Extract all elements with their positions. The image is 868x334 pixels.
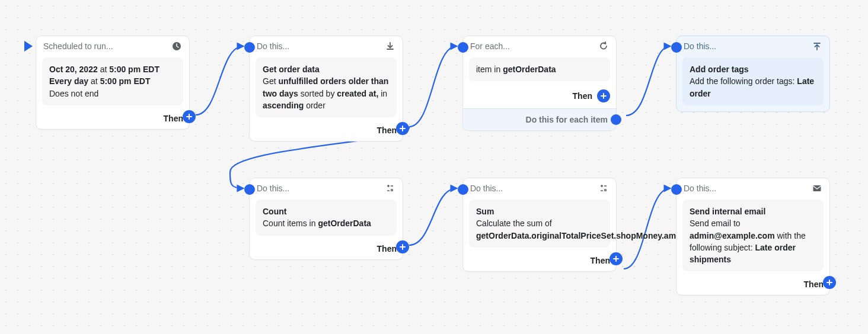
import-icon (812, 41, 822, 52)
count-card[interactable]: Do this... Count Count items in getOrder… (249, 178, 403, 260)
add-step-button[interactable] (396, 240, 409, 253)
add-order-tags-card[interactable]: Do this... Add order tags Add the follow… (676, 36, 830, 112)
download-icon (385, 41, 395, 52)
add-step-button[interactable] (823, 276, 836, 289)
add-step-button[interactable] (396, 122, 409, 135)
then-label: Then (591, 256, 610, 265)
then-label: Then (573, 91, 592, 101)
add-step-button[interactable] (183, 110, 196, 123)
get-order-data-card[interactable]: Do this... Get order data Get unfulfille… (249, 36, 403, 142)
sum-body: Sum Calculate the sum of getOrderData.or… (469, 200, 610, 248)
node-connector-dot (244, 184, 255, 195)
then-label: Then (377, 126, 397, 135)
card-header-label: Do this... (684, 41, 807, 51)
sum-card[interactable]: Do this... Sum Calculate the sum of getO… (462, 178, 617, 272)
then-label: Then (164, 114, 183, 123)
card-header-label: Scheduled to run... (43, 41, 167, 51)
mail-icon (812, 183, 822, 194)
then-label: Then (377, 244, 397, 253)
for-each-body: item in getOrderData (469, 57, 610, 81)
add-step-button[interactable] (609, 252, 623, 265)
clock-icon (171, 41, 182, 52)
card-header-label: Do this... (257, 184, 380, 193)
calculator-icon (598, 183, 609, 194)
send-email-body: Send internal email Send email to admin@… (682, 200, 824, 271)
calculator-icon (385, 183, 395, 194)
loop-icon (598, 41, 609, 52)
node-connector-dot (671, 42, 682, 53)
node-connector-dot (671, 184, 682, 195)
node-connector-dot (244, 42, 255, 53)
then-label: Then (804, 280, 824, 289)
foreach-footer-label: Do this for each item (526, 115, 608, 124)
schedule-body: Oct 20, 2022 at 5:00 pm EDT Every day at… (42, 57, 183, 105)
node-connector-dot (458, 184, 468, 195)
node-connector-dot (611, 114, 621, 125)
svg-rect-1 (813, 185, 821, 191)
card-header-label: Do this... (684, 184, 807, 193)
add-order-tags-body: Add order tags Add the following order t… (682, 57, 824, 105)
send-email-card[interactable]: Do this... Send internal email Send emai… (676, 178, 830, 296)
schedule-card[interactable]: Scheduled to run... Oct 20, 2022 at 5:00… (36, 36, 190, 130)
card-header-label: Do this... (470, 184, 593, 193)
card-header-label: Do this... (257, 41, 380, 51)
play-icon (24, 41, 33, 52)
foreach-footer[interactable]: Do this for each item (463, 108, 616, 130)
count-body: Count Count items in getOrderData (256, 200, 397, 236)
add-step-button[interactable] (597, 89, 610, 102)
for-each-card[interactable]: For each... item in getOrderData Then Do… (462, 36, 617, 131)
get-order-data-body: Get order data Get unfulfilled orders ol… (256, 57, 397, 117)
card-header-label: For each... (470, 41, 593, 51)
node-connector-dot (458, 42, 468, 53)
